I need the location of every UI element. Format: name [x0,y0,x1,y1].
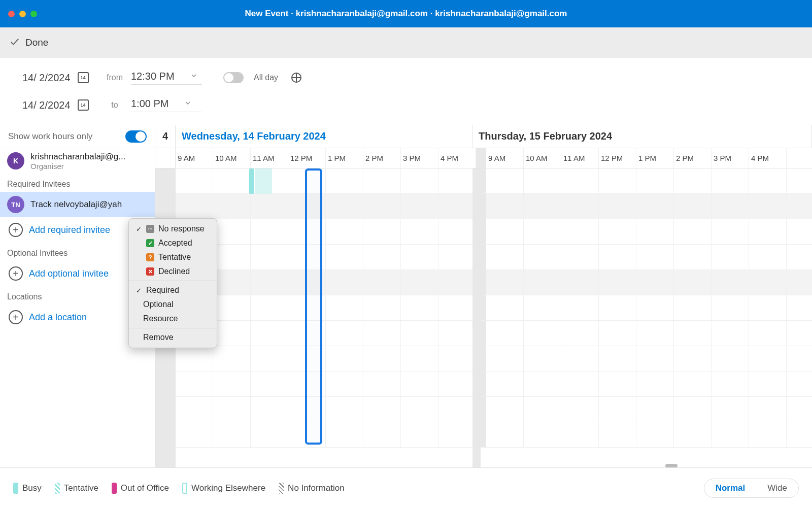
grid-cell[interactable] [363,397,401,422]
grid-cell[interactable] [363,168,401,193]
grid-cell[interactable] [636,168,674,193]
grid-cell[interactable] [712,397,749,422]
grid-cell[interactable] [486,422,524,447]
grid-cell[interactable] [363,194,401,219]
grid-cell[interactable] [599,422,636,447]
grid-cell[interactable] [674,270,712,295]
grid-cell[interactable] [749,397,787,422]
grid-cell[interactable] [636,194,674,219]
grid-cell[interactable] [524,321,561,346]
grid-cell[interactable] [176,397,213,422]
grid-cell[interactable] [213,371,251,396]
grid-cell[interactable] [213,194,251,219]
grid-cell[interactable] [749,270,787,295]
grid-cell[interactable] [674,295,712,320]
grid-cell[interactable] [288,397,326,422]
grid-cell[interactable] [599,219,636,244]
grid-cell[interactable] [599,245,636,269]
grid-cell[interactable] [636,295,674,320]
grid-cell[interactable] [486,371,524,396]
grid-cell[interactable] [213,295,251,320]
grid-cell[interactable] [401,321,438,346]
grid-cell[interactable] [561,346,599,371]
grid-cell[interactable] [636,397,674,422]
grid-body[interactable] [155,168,812,448]
view-wide-button[interactable]: Wide [756,479,798,497]
grid-cell[interactable] [401,346,438,371]
grid-cell[interactable] [486,219,524,244]
grid-cell[interactable] [599,168,636,193]
grid-cell[interactable] [599,397,636,422]
grid-cell[interactable] [486,245,524,269]
grid-cell[interactable] [712,371,749,396]
from-time-field[interactable]: 12:30 PM [131,71,202,85]
grid-cell[interactable] [438,245,476,269]
grid-cell[interactable] [712,219,749,244]
grid-cell[interactable] [561,168,599,193]
grid-cell[interactable] [486,346,524,371]
grid-cell[interactable] [561,270,599,295]
grid-cell[interactable] [326,219,363,244]
grid-cell[interactable] [401,422,438,447]
grid-cell[interactable] [288,295,326,320]
grid-cell[interactable] [401,270,438,295]
grid-cell[interactable] [438,219,476,244]
grid-cell[interactable] [326,321,363,346]
required-invitee-row[interactable]: TN Track nelvoybalaji@yah [0,192,155,217]
grid-cell[interactable] [251,346,288,371]
busy-block[interactable] [249,168,254,194]
all-day-toggle[interactable] [223,72,244,83]
close-window-button[interactable] [8,11,15,17]
grid-cell[interactable] [561,245,599,269]
grid-cell[interactable] [749,371,787,396]
grid-cell[interactable] [251,219,288,244]
grid-cell[interactable] [213,245,251,269]
grid-cell[interactable] [438,194,476,219]
grid-cell[interactable] [401,371,438,396]
grid-cell[interactable] [636,422,674,447]
grid-cell[interactable] [712,245,749,269]
grid-cell[interactable] [524,245,561,269]
grid-cell[interactable] [674,321,712,346]
grid-cell[interactable] [524,219,561,244]
grid-cell[interactable] [712,295,749,320]
grid-cell[interactable] [438,295,476,320]
grid-cell[interactable] [401,219,438,244]
grid-cell[interactable] [674,397,712,422]
grid-cell[interactable] [599,194,636,219]
menu-item-tentative[interactable]: ? Tentative [129,250,217,264]
grid-cell[interactable] [326,270,363,295]
organiser-row[interactable]: K krishnacharanbalaji@g... Organiser [0,148,155,174]
grid-cell[interactable] [674,245,712,269]
grid-cell[interactable] [363,270,401,295]
grid-cell[interactable] [288,194,326,219]
view-normal-button[interactable]: Normal [704,479,757,497]
grid-cell[interactable] [251,321,288,346]
grid-cell[interactable] [561,371,599,396]
grid-cell[interactable] [486,321,524,346]
grid-cell[interactable] [213,168,251,193]
grid-cell[interactable] [524,194,561,219]
grid-cell[interactable] [749,346,787,371]
menu-item-declined[interactable]: ✕ Declined [129,264,217,279]
grid-cell[interactable] [712,422,749,447]
grid-cell[interactable] [599,346,636,371]
grid-cell[interactable] [749,321,787,346]
grid-cell[interactable] [251,194,288,219]
grid-cell[interactable] [486,194,524,219]
grid-cell[interactable] [561,194,599,219]
grid-cell[interactable] [749,295,787,320]
maximize-window-button[interactable] [30,11,37,17]
grid-cell[interactable] [712,321,749,346]
grid-cell[interactable] [524,422,561,447]
availability-grid[interactable]: 4 Wednesday, 14 February 2024 Thursday, … [155,125,812,470]
grid-cell[interactable] [251,295,288,320]
grid-cell[interactable] [636,321,674,346]
grid-cell[interactable] [749,245,787,269]
day-header-active[interactable]: Wednesday, 14 February 2024 [176,125,472,148]
grid-cell[interactable] [213,321,251,346]
grid-cell[interactable] [363,245,401,269]
grid-cell[interactable] [326,346,363,371]
grid-cell[interactable] [636,270,674,295]
grid-cell[interactable] [326,422,363,447]
